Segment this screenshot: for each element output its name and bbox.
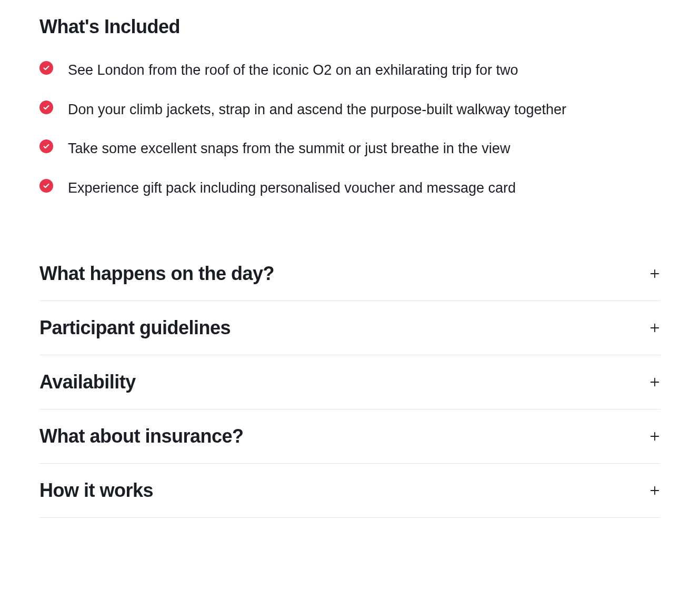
accordion-title: Participant guidelines bbox=[39, 317, 231, 339]
accordion-list: What happens on the day? Participant gui… bbox=[39, 247, 661, 518]
included-item-text: Take some excellent snaps from the summi… bbox=[68, 137, 510, 160]
accordion-item-insurance: What about insurance? bbox=[39, 409, 661, 464]
accordion-item-participant-guidelines: Participant guidelines bbox=[39, 301, 661, 355]
check-circle-icon bbox=[39, 61, 53, 75]
whats-included-list: See London from the roof of the iconic O… bbox=[39, 59, 661, 199]
accordion-toggle-availability[interactable]: Availability bbox=[39, 355, 661, 409]
included-item: See London from the roof of the iconic O… bbox=[39, 59, 661, 82]
included-item: Experience gift pack including personali… bbox=[39, 177, 661, 199]
check-circle-icon bbox=[39, 101, 53, 114]
accordion-item-availability: Availability bbox=[39, 355, 661, 409]
accordion-toggle-participant-guidelines[interactable]: Participant guidelines bbox=[39, 301, 661, 355]
accordion-title: What happens on the day? bbox=[39, 263, 274, 285]
included-item-text: See London from the roof of the iconic O… bbox=[68, 59, 518, 82]
included-item-text: Don your climb jackets, strap in and asc… bbox=[68, 98, 566, 121]
included-item: Don your climb jackets, strap in and asc… bbox=[39, 98, 661, 121]
plus-icon bbox=[649, 376, 661, 388]
accordion-title: Availability bbox=[39, 371, 136, 393]
plus-icon bbox=[649, 431, 661, 442]
accordion-item-what-happens: What happens on the day? bbox=[39, 247, 661, 301]
accordion-item-how-it-works: How it works bbox=[39, 464, 661, 518]
accordion-toggle-how-it-works[interactable]: How it works bbox=[39, 464, 661, 517]
whats-included-heading: What's Included bbox=[39, 16, 661, 38]
check-circle-icon bbox=[39, 179, 53, 193]
accordion-title: How it works bbox=[39, 479, 153, 502]
accordion-title: What about insurance? bbox=[39, 425, 244, 447]
included-item-text: Experience gift pack including personali… bbox=[68, 177, 516, 199]
check-circle-icon bbox=[39, 139, 53, 153]
plus-icon bbox=[649, 485, 661, 496]
included-item: Take some excellent snaps from the summi… bbox=[39, 137, 661, 160]
accordion-toggle-insurance[interactable]: What about insurance? bbox=[39, 409, 661, 463]
plus-icon bbox=[649, 268, 661, 279]
accordion-toggle-what-happens[interactable]: What happens on the day? bbox=[39, 247, 661, 301]
plus-icon bbox=[649, 322, 661, 334]
